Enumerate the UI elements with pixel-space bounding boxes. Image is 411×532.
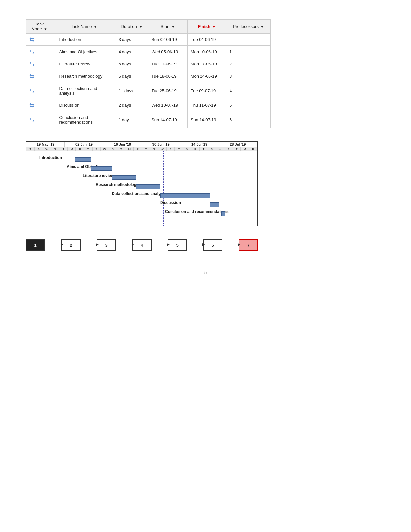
arrow-line xyxy=(45,245,61,245)
network-arrow xyxy=(187,245,203,245)
task-mode-icon: ⇆ xyxy=(29,61,34,68)
sort-arrow-start: ▼ xyxy=(171,25,175,29)
gantt-task-label: Conclusion and recommendations xyxy=(165,209,229,214)
gantt-day-headers: TSWSTMFTSWSTMFTSWSTMFTSWSTMF xyxy=(26,147,257,151)
network-arrow xyxy=(81,245,97,245)
gantt-date-cell: 30 Jun '19 xyxy=(142,142,180,147)
gantt-day-cell: S xyxy=(167,147,175,151)
gantt-day-cell: M xyxy=(125,147,134,151)
network-arrow xyxy=(45,245,61,245)
gantt-task-bar xyxy=(75,157,91,162)
gantt-day-cell: F xyxy=(249,147,258,151)
task-finish-cell: Thu 11-07-19 xyxy=(187,99,226,111)
task-start-cell: Tue 18-06-19 xyxy=(148,70,188,82)
gantt-day-cell: T xyxy=(84,147,93,151)
task-predecessors-cell xyxy=(226,34,270,46)
task-finish-cell: Sun 14-07-19 xyxy=(187,111,226,128)
gantt-day-cell: T xyxy=(59,147,68,151)
gantt-day-cell: S xyxy=(224,147,233,151)
task-finish-cell: Mon 10-06-19 xyxy=(187,46,226,58)
gantt-task-bar xyxy=(136,184,160,189)
gantt-task-bar xyxy=(221,211,225,216)
network-node: 5 xyxy=(168,239,187,251)
task-predecessors-cell: 1 xyxy=(226,46,270,58)
network-diagram: 1234567 xyxy=(26,239,316,251)
task-predecessors-cell: 6 xyxy=(226,111,270,128)
task-start-cell: Wed 05-06-19 xyxy=(148,46,188,58)
gantt-day-cell: M xyxy=(183,147,191,151)
gantt-task-label: Introduction xyxy=(39,155,62,160)
network-node: 3 xyxy=(97,239,116,251)
gantt-day-cell: T xyxy=(232,147,241,151)
network-node: 4 xyxy=(132,239,152,251)
gantt-day-cell: T xyxy=(142,147,150,151)
arrow-line xyxy=(81,245,97,245)
task-finish-cell: Mon 17-06-19 xyxy=(187,58,226,70)
task-name-cell: Literature review xyxy=(53,58,115,70)
table-row: ⇆Conclusion andrecommendations1 daySun 1… xyxy=(26,111,271,128)
task-predecessors-cell: 5 xyxy=(226,99,270,111)
col-header-start[interactable]: Start ▼ xyxy=(148,20,188,34)
gantt-day-cell: W xyxy=(216,147,224,151)
network-node: 1 xyxy=(26,239,45,251)
col-header-finish[interactable]: Finish ▼ xyxy=(187,20,226,34)
network-node: 2 xyxy=(61,239,81,251)
gantt-chart: 19 May '1902 Jun '1916 Jun '1930 Jun '19… xyxy=(26,141,258,226)
gantt-vline xyxy=(163,151,164,226)
task-finish-cell: Tue 04-06-19 xyxy=(187,34,226,46)
sort-arrow-name: ▼ xyxy=(94,25,97,29)
task-finish-cell: Tue 09-07-19 xyxy=(187,82,226,99)
task-name-cell: Aims and Objectives xyxy=(53,46,115,58)
gantt-task-bar xyxy=(160,193,210,198)
task-mode-icon: ⇆ xyxy=(29,36,34,43)
task-duration-cell: 11 days xyxy=(115,82,148,99)
task-duration-cell: 4 days xyxy=(115,46,148,58)
gantt-day-cell: M xyxy=(241,147,249,151)
gantt-date-cell: 16 Jun '19 xyxy=(103,142,142,147)
gantt-task-label: Discussion xyxy=(160,200,181,205)
gantt-day-cell: T xyxy=(26,147,35,151)
gantt-day-cell: S xyxy=(109,147,117,151)
task-mode-icon: ⇆ xyxy=(29,87,34,94)
gantt-task-bar xyxy=(112,175,136,180)
task-predecessors-cell: 2 xyxy=(226,58,270,70)
gantt-day-cell: F xyxy=(76,147,84,151)
network-node: 6 xyxy=(203,239,222,251)
gantt-date-headers: 19 May '1902 Jun '1916 Jun '1930 Jun '19… xyxy=(26,142,257,147)
task-mode-icon: ⇆ xyxy=(29,73,34,80)
table-row: ⇆Literature review5 daysTue 11-06-19Mon … xyxy=(26,58,271,70)
gantt-day-cell: W xyxy=(158,147,167,151)
gantt-day-cell: F xyxy=(134,147,142,151)
gantt-day-cell: S xyxy=(93,147,101,151)
gantt-day-cell: S xyxy=(51,147,60,151)
network-node: 7 xyxy=(239,239,258,251)
network-arrow xyxy=(222,245,239,245)
task-duration-cell: 5 days xyxy=(115,70,148,82)
task-duration-cell: 2 days xyxy=(115,99,148,111)
task-predecessors-cell: 3 xyxy=(226,70,270,82)
arrow-line xyxy=(187,245,203,245)
col-header-name[interactable]: Task Name ▼ xyxy=(53,20,115,34)
task-duration-cell: 1 day xyxy=(115,111,148,128)
task-name-cell: Conclusion andrecommendations xyxy=(53,111,115,128)
gantt-day-cell: W xyxy=(43,147,51,151)
table-row: ⇆Aims and Objectives4 daysWed 05-06-19Mo… xyxy=(26,46,271,58)
task-mode-icon: ⇆ xyxy=(29,116,34,123)
gantt-day-cell: S xyxy=(35,147,43,151)
col-header-mode[interactable]: TaskMode ▼ xyxy=(26,20,53,34)
col-header-duration[interactable]: Duration ▼ xyxy=(115,20,148,34)
table-row: ⇆Introduction3 daysSun 02-06-19Tue 04-06… xyxy=(26,34,271,46)
gantt-day-cell: T xyxy=(175,147,183,151)
col-header-predecessors[interactable]: Predecessors ▼ xyxy=(226,20,270,34)
gantt-task-label: Literature review xyxy=(83,173,114,178)
gantt-day-cell: W xyxy=(101,147,109,151)
task-start-cell: Wed 10-07-19 xyxy=(148,99,188,111)
table-row: ⇆Research methodology5 daysTue 18-06-19M… xyxy=(26,70,271,82)
arrow-line xyxy=(222,245,239,245)
gantt-body: IntroductionAims and ObjectivesLiteratur… xyxy=(26,151,257,226)
task-name-cell: Data collectiona andanalysis xyxy=(53,82,115,99)
task-finish-cell: Mon 24-06-19 xyxy=(187,70,226,82)
gantt-day-cell: F xyxy=(191,147,200,151)
network-arrow xyxy=(116,245,132,245)
task-table: TaskMode ▼ Task Name ▼ Duration ▼ Start … xyxy=(26,19,271,128)
